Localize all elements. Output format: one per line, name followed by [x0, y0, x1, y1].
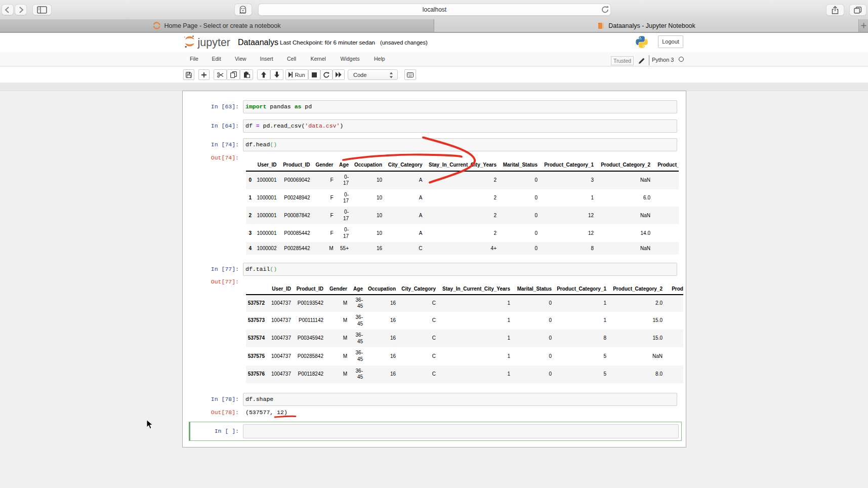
svg-text:jupyter: jupyter: [197, 36, 231, 49]
